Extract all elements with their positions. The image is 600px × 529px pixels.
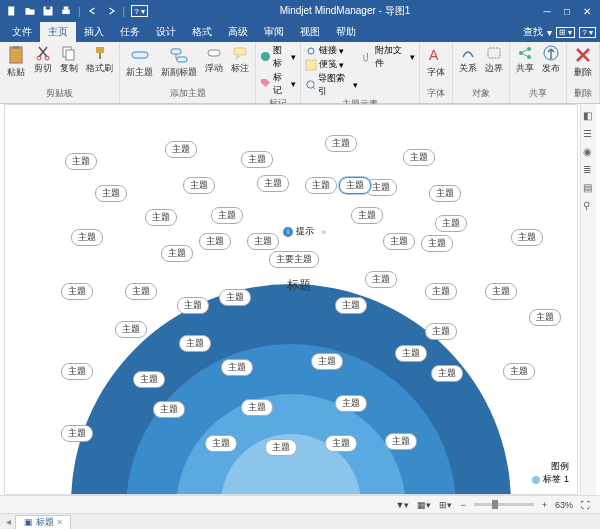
marker-pane-icon[interactable]: ◉ bbox=[583, 146, 595, 158]
topic-node[interactable]: 主题 bbox=[257, 175, 289, 192]
copy-button[interactable]: 复制 bbox=[58, 44, 80, 76]
topic-node[interactable]: 主题 bbox=[221, 359, 253, 376]
topic-node[interactable]: 主题 bbox=[265, 439, 297, 456]
topic-node[interactable]: 主题 bbox=[219, 289, 251, 306]
tab-close-icon[interactable]: × bbox=[57, 517, 62, 527]
topic-node[interactable]: 主题 bbox=[179, 335, 211, 352]
topic-node[interactable]: 主题 bbox=[335, 395, 367, 412]
menu-tab-1[interactable]: 主页 bbox=[40, 22, 76, 42]
expand-icon[interactable]: ⊞▾ bbox=[439, 500, 452, 510]
tab-nav-left-icon[interactable]: ◂ bbox=[6, 516, 11, 527]
tag-marker-button[interactable]: 标记 ▾ bbox=[260, 71, 296, 97]
link-button[interactable]: 链接 ▾ bbox=[305, 44, 358, 57]
topic-node[interactable]: 主题 bbox=[247, 233, 279, 250]
maximize-icon[interactable]: □ bbox=[562, 6, 572, 16]
font-button[interactable]: A字体 bbox=[424, 44, 448, 80]
icon-marker-button[interactable]: 图标 ▾ bbox=[260, 44, 296, 70]
print-icon[interactable] bbox=[60, 5, 72, 17]
topic-node[interactable]: 主题 bbox=[529, 309, 561, 326]
share-button[interactable]: 共享 bbox=[514, 44, 536, 76]
attach-button[interactable]: 附加文件 ▾ bbox=[362, 44, 415, 70]
open-file-icon[interactable] bbox=[24, 5, 36, 17]
topic-node[interactable]: 主题 bbox=[95, 185, 127, 202]
topic-node[interactable]: 主题 bbox=[425, 323, 457, 340]
zoom-in-icon[interactable]: + bbox=[542, 500, 547, 510]
search-pane-icon[interactable]: ⚲ bbox=[583, 200, 595, 212]
topic-node[interactable]: 主题 bbox=[115, 321, 147, 338]
new-subtopic-button[interactable]: 新副标题 bbox=[159, 44, 199, 80]
panel-toggle-icon[interactable]: ◧ bbox=[583, 110, 595, 122]
boundary-button[interactable]: 边界 bbox=[483, 44, 505, 76]
topic-node[interactable]: 主题 bbox=[153, 401, 185, 418]
map-index-button[interactable]: 导图索引 ▾ bbox=[305, 72, 358, 98]
topic-node[interactable]: 主题 bbox=[71, 229, 103, 246]
delete-button[interactable]: 删除 bbox=[571, 44, 595, 80]
topic-node[interactable]: 主题 bbox=[241, 399, 273, 416]
main-topic[interactable]: 主要主题 bbox=[269, 251, 319, 268]
topic-node[interactable]: 主题 bbox=[421, 235, 453, 252]
topic-node[interactable]: 主题 bbox=[425, 283, 457, 300]
topic-node[interactable]: 主题 bbox=[351, 207, 383, 224]
topic-node[interactable]: 主题 bbox=[133, 371, 165, 388]
menu-tab-3[interactable]: 任务 bbox=[112, 22, 148, 42]
topic-node[interactable]: 主题 bbox=[325, 435, 357, 452]
topic-node[interactable]: 主题 bbox=[211, 207, 243, 224]
publish-button[interactable]: 发布 bbox=[540, 44, 562, 76]
outline-pane-icon[interactable]: ≣ bbox=[583, 164, 595, 176]
topic-node[interactable]: 主题 bbox=[145, 209, 177, 226]
topic-node[interactable]: 主题 bbox=[305, 177, 337, 194]
zoom-level[interactable]: 63% bbox=[555, 500, 573, 510]
topic-node[interactable]: 主题 bbox=[403, 149, 435, 166]
topic-node[interactable]: 主题 bbox=[335, 297, 367, 314]
menu-tab-6[interactable]: 高级 bbox=[220, 22, 256, 42]
search-label[interactable]: 查找 bbox=[523, 25, 543, 39]
new-file-icon[interactable] bbox=[6, 5, 18, 17]
topic-node[interactable]: 主题 bbox=[161, 245, 193, 262]
topic-node[interactable]: 主题 bbox=[311, 353, 343, 370]
topic-node[interactable]: 主题 bbox=[383, 233, 415, 250]
topic-node[interactable]: 主题 bbox=[65, 153, 97, 170]
menu-tab-4[interactable]: 设计 bbox=[148, 22, 184, 42]
qat-dropdown-icon[interactable]: ? ▾ bbox=[131, 5, 148, 17]
help-icon[interactable]: ? ▾ bbox=[579, 27, 596, 38]
topic-node[interactable]: 主题 bbox=[125, 283, 157, 300]
topic-node-selected[interactable]: 主题 bbox=[339, 177, 371, 194]
topic-node[interactable]: 主题 bbox=[205, 435, 237, 452]
new-topic-button[interactable]: 新主题 bbox=[124, 44, 155, 80]
topic-node[interactable]: 主题 bbox=[429, 185, 461, 202]
topic-node[interactable]: 主题 bbox=[177, 297, 209, 314]
task-pane-icon[interactable]: ☰ bbox=[583, 128, 595, 140]
topic-node[interactable]: 主题 bbox=[485, 283, 517, 300]
menu-tab-9[interactable]: 帮助 bbox=[328, 22, 364, 42]
fullscreen-icon[interactable]: ⛶ bbox=[581, 500, 590, 510]
topic-node[interactable]: 主题 bbox=[431, 365, 463, 382]
topic-node[interactable]: 主题 bbox=[435, 215, 467, 232]
menu-tab-0[interactable]: 文件 bbox=[4, 22, 40, 42]
topic-node[interactable]: 主题 bbox=[395, 345, 427, 362]
ribbon-layout-icon[interactable]: ⊞ ▾ bbox=[556, 27, 575, 38]
topic-node[interactable]: 主题 bbox=[241, 151, 273, 168]
topic-node[interactable]: 主题 bbox=[503, 363, 535, 380]
topic-node[interactable]: 主题 bbox=[511, 229, 543, 246]
topic-node[interactable]: 主题 bbox=[165, 141, 197, 158]
library-pane-icon[interactable]: ▤ bbox=[583, 182, 595, 194]
note-button[interactable]: 便笺 ▾ bbox=[305, 58, 358, 71]
center-title[interactable]: 标题 bbox=[287, 277, 311, 294]
close-icon[interactable]: ✕ bbox=[582, 6, 592, 16]
zoom-out-icon[interactable]: − bbox=[460, 500, 465, 510]
topic-node[interactable]: 主题 bbox=[199, 233, 231, 250]
floating-topic-button[interactable]: 浮动 bbox=[203, 44, 225, 76]
topic-node[interactable]: 主题 bbox=[61, 363, 93, 380]
topic-node[interactable]: 主题 bbox=[385, 433, 417, 450]
search-dropdown-icon[interactable]: ▾ bbox=[547, 27, 552, 38]
topic-node[interactable]: 主题 bbox=[325, 135, 357, 152]
redo-icon[interactable] bbox=[105, 5, 117, 17]
topic-node[interactable]: 主题 bbox=[61, 425, 93, 442]
topic-node[interactable]: 主题 bbox=[365, 271, 397, 288]
filter-icon[interactable]: ▼▾ bbox=[396, 500, 410, 510]
menu-tab-8[interactable]: 视图 bbox=[292, 22, 328, 42]
save-icon[interactable] bbox=[42, 5, 54, 17]
relation-button[interactable]: 关系 bbox=[457, 44, 479, 76]
topic-node[interactable]: 主题 bbox=[61, 283, 93, 300]
undo-icon[interactable] bbox=[87, 5, 99, 17]
